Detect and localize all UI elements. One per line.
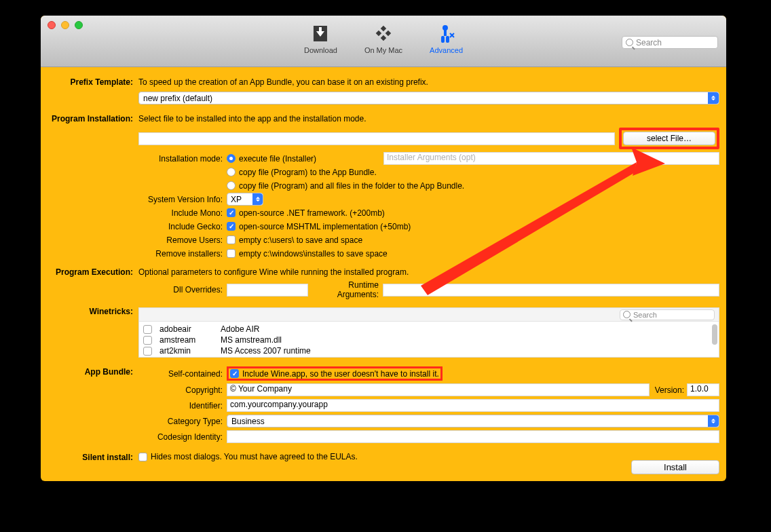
install-mode-label: Installation mode:: [138, 154, 227, 164]
checkbox-off-icon: [227, 249, 236, 258]
winetricks-item-key: art2kmin: [159, 346, 217, 356]
copyright-field[interactable]: © Your Company: [227, 383, 650, 396]
close-icon[interactable]: [48, 21, 56, 29]
include-gecko-label: Include Gecko:: [138, 222, 227, 231]
self-contained-check[interactable]: Include Wine.app, so the user doesn't ha…: [230, 369, 439, 379]
remove-installers-label: Remove installers:: [138, 249, 227, 259]
winetricks-body: adobeair Adobe AIR amstream MS amstream.…: [139, 322, 719, 358]
winetricks-row[interactable]: art2kmin MS Access 2007 runtime: [143, 346, 715, 356]
winetricks-item-desc: MS amstream.dll: [221, 335, 282, 345]
self-contained-text: Include Wine.app, so the user doesn't ha…: [242, 369, 439, 379]
program-install-desc: Select file to be installed into the app…: [138, 113, 719, 125]
select-file-highlight: select File…: [619, 128, 719, 149]
chevron-updown-icon: [708, 415, 719, 427]
tab-onmymac[interactable]: On My Mac: [360, 21, 407, 57]
install-mode-radio-copy[interactable]: copy file (Program) to the App Bundle.: [227, 168, 377, 177]
install-mode-radio3-label: copy file (Program) and all files in the…: [239, 181, 464, 191]
runtime-args-label: Runtime Arguments:: [308, 280, 383, 299]
select-file-button[interactable]: select File…: [623, 132, 715, 145]
winetricks-search-bar: Search: [139, 308, 719, 322]
codesign-field[interactable]: [227, 430, 719, 443]
include-mono-check[interactable]: open-source .NET framework. (+200mb): [227, 208, 385, 218]
select-file-button-label: select File…: [647, 134, 692, 143]
runtime-args-field[interactable]: [383, 284, 719, 297]
install-mode-radio-execute[interactable]: execute file (Installer): [227, 154, 316, 164]
include-gecko-check[interactable]: open-source MSHTML implementation (+50mb…: [227, 222, 411, 231]
prefix-template-value: new prefix (default): [143, 94, 212, 103]
winetricks-row[interactable]: amstream MS amstream.dll: [143, 335, 715, 345]
app-window: Download On My Mac Advanced Search Pre: [41, 16, 726, 481]
identifier-field[interactable]: com.yourcompany.yourapp: [227, 399, 719, 412]
winetricks-search[interactable]: Search: [620, 309, 715, 320]
scrollbar-thumb[interactable]: [712, 324, 717, 345]
checkbox-off-icon: [138, 453, 147, 461]
codesign-label: Codesign Identity:: [138, 432, 227, 442]
radio-off-icon: [227, 168, 236, 176]
winetricks-item-key: amstream: [159, 335, 217, 345]
install-mode-radio-copyall[interactable]: copy file (Program) and all files in the…: [227, 181, 464, 191]
minimize-icon[interactable]: [61, 21, 69, 29]
tab-download[interactable]: Download: [300, 21, 341, 57]
dll-overrides-field[interactable]: [227, 284, 308, 297]
toolbar-tabs: Download On My Mac Advanced: [300, 21, 467, 57]
include-mono-label: Include Mono:: [138, 208, 227, 218]
svg-rect-6: [381, 35, 386, 41]
window-controls: [48, 21, 83, 29]
self-contained-label: Self-contained:: [138, 369, 227, 379]
search-icon: [626, 39, 633, 46]
category-select[interactable]: Business: [227, 415, 719, 428]
checkbox-off-icon[interactable]: [143, 336, 152, 345]
toolbar-search-placeholder: Search: [636, 38, 662, 48]
category-value: Business: [231, 417, 265, 426]
install-file-field[interactable]: [138, 132, 615, 145]
silent-install-check[interactable]: Hides most dialogs. You must have agreed…: [138, 452, 358, 461]
checkbox-off-icon[interactable]: [143, 347, 152, 356]
remove-installers-text: empty c:\windows\installes to save space: [239, 249, 388, 259]
remove-users-check[interactable]: empty c:\users\ to save and space: [227, 235, 362, 245]
include-mono-text: open-source .NET framework. (+200mb): [239, 208, 385, 218]
svg-rect-5: [386, 31, 391, 36]
install-button[interactable]: Install: [631, 460, 719, 474]
titlebar: Download On My Mac Advanced Search: [41, 16, 726, 67]
prefix-template-label: Prefix Template:: [48, 77, 138, 88]
svg-rect-8: [444, 29, 447, 36]
app-bundle-label: App Bundle:: [48, 366, 138, 378]
content-area: Prefix Template: To speed up the creatio…: [41, 67, 726, 481]
installer-args-field[interactable]: Installer Arguments (opt): [383, 152, 719, 165]
winetricks-item-desc: MS Access 2007 runtime: [221, 346, 311, 356]
category-label: Category Type:: [138, 417, 227, 426]
tab-advanced[interactable]: Advanced: [426, 21, 467, 57]
program-exec-desc: Optional parameters to configure Wine wh…: [138, 267, 719, 278]
diamond-icon: [373, 24, 394, 44]
tab-advanced-label: Advanced: [430, 46, 463, 54]
winetricks-row[interactable]: adobeair Adobe AIR: [143, 324, 715, 334]
toolbar-search[interactable]: Search: [622, 36, 718, 49]
dll-overrides-label: Dll Overrides:: [138, 285, 227, 294]
radio-off-icon: [227, 181, 236, 190]
install-button-label: Install: [664, 462, 687, 472]
program-exec-label: Program Execution:: [48, 267, 138, 278]
checkbox-off-icon: [227, 235, 236, 244]
prefix-template-select[interactable]: new prefix (default): [138, 92, 719, 104]
zoom-icon[interactable]: [75, 21, 83, 29]
remove-users-text: empty c:\users\ to save and space: [239, 235, 362, 245]
version-label: Version:: [650, 385, 687, 395]
winetricks-label: Winetricks:: [48, 306, 138, 318]
sysver-label: System Version Info:: [138, 195, 227, 204]
svg-rect-9: [441, 36, 445, 43]
svg-rect-4: [376, 31, 381, 36]
remove-installers-check[interactable]: empty c:\windows\installes to save space: [227, 249, 388, 259]
radio-on-icon: [227, 154, 236, 163]
search-icon: [623, 311, 631, 318]
program-install-label: Program Installation:: [48, 113, 138, 125]
download-icon: [310, 24, 331, 44]
version-field[interactable]: 1.0.0: [687, 383, 719, 396]
silent-install-text: Hides most dialogs. You must have agreed…: [151, 452, 358, 461]
checkbox-on-icon: [227, 208, 236, 217]
identifier-label: Identifier:: [138, 401, 227, 411]
footer: Install: [631, 460, 719, 474]
remove-users-label: Remove Users:: [138, 235, 227, 245]
sysver-select[interactable]: XP: [227, 193, 263, 206]
checkbox-off-icon[interactable]: [143, 325, 152, 334]
svg-rect-3: [381, 26, 386, 31]
